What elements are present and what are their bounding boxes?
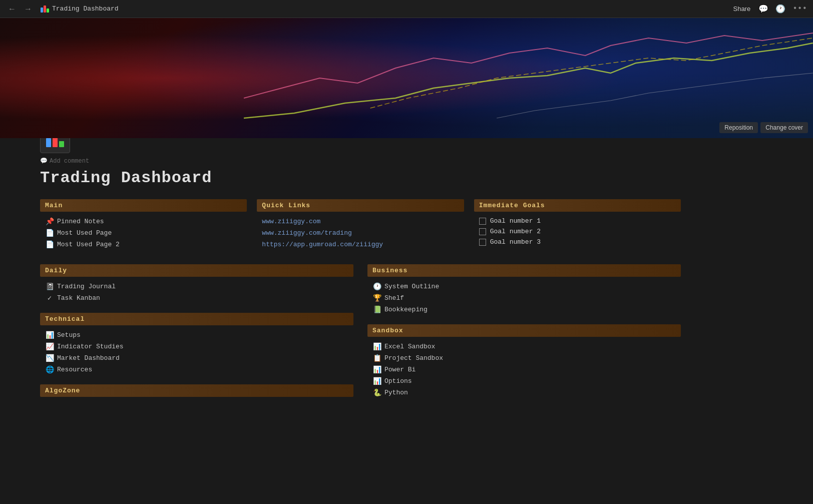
pinned-notes-item[interactable]: 📌 Pinned Notes [40,216,247,227]
excel-sandbox-item[interactable]: 📊 Excel Sandbox [367,341,681,352]
clock-item-icon: 🕐 [372,282,381,291]
project-sandbox-label: Project Sandbox [384,354,443,362]
market-dashboard-item[interactable]: 📉 Market Dashboard [40,352,353,364]
goal-1-label: Goal number 1 [490,217,541,225]
lower-columns: ⠿⠿ Daily 📓 Trading Journal ✓ Task Kanban… [40,264,681,401]
excel-icon: 📊 [372,342,381,351]
left-column: ⠿⠿ Daily 📓 Trading Journal ✓ Task Kanban… [40,264,353,401]
immediate-goals-section: Immediate Goals Goal number 1 Goal numbe… [474,199,681,250]
pinned-notes-label: Pinned Notes [57,218,104,225]
indicator-studies-item[interactable]: 📈 Indicator Studies [40,341,353,352]
technical-header: Technical [40,313,353,325]
quick-link-1[interactable]: www.ziiiggy.com [257,216,464,227]
sandbox-header: Sandbox [367,324,681,337]
hero-banner: Reposition Change cover [0,18,813,138]
market-dashboard-label: Market Dashboard [57,354,120,362]
system-outline-item[interactable]: 🕐 System Outline [367,281,681,292]
quick-link-2[interactable]: www.ziiiggy.com/trading [257,227,464,239]
chart-decoration [244,18,813,138]
kanban-icon: ✓ [45,294,54,302]
top-columns: Main 📌 Pinned Notes 📄 Most Used Page 📄 M… [40,199,681,250]
python-item[interactable]: 🐍 Python [367,387,681,398]
project-icon: 📋 [372,354,381,362]
goal-3-item: Goal number 3 [474,237,681,247]
system-outline-label: System Outline [384,283,439,290]
most-used-page-label: Most Used Page [57,229,112,237]
power-bi-label: Power Bi [384,366,416,373]
svg-rect-0 [41,8,43,13]
excel-sandbox-label: Excel Sandbox [384,343,435,350]
options-icon: 📊 [372,377,381,385]
doc-icon-2: 📄 [45,240,54,249]
quick-link-3[interactable]: https://app.gumroad.com/ziiiggy [257,239,464,250]
forward-button[interactable]: → [22,4,34,15]
indicator-icon: 📈 [45,342,54,351]
globe-icon: 🌐 [45,365,54,374]
topbar-title: Trading Dashboard [52,5,119,13]
trading-journal-item[interactable]: 📓 Trading Journal [40,281,353,292]
most-used-page-2-item[interactable]: 📄 Most Used Page 2 [40,239,247,250]
nav-buttons: ← → [6,4,34,15]
market-icon: 📉 [45,354,54,362]
daily-section: ⠿⠿ Daily 📓 Trading Journal ✓ Task Kanban [40,264,353,304]
algozone-section: AlgoZone [40,384,353,401]
clock-icon[interactable]: 🕐 [775,4,785,14]
ledger-icon: 📗 [372,305,381,314]
svg-rect-5 [59,141,64,147]
task-kanban-label: Task Kanban [57,294,100,302]
shelf-label: Shelf [384,294,404,302]
top-bar: ← → Trading Dashboard Share 💬 🕐 ••• [0,0,813,18]
goal-2-checkbox[interactable] [479,228,486,235]
page-icon-small [40,5,49,14]
python-icon: 🐍 [372,388,381,397]
daily-header: Daily [40,264,353,277]
reposition-button[interactable]: Reposition [719,122,758,133]
page-title: Trading Dashboard [40,169,681,187]
right-column: Business 🕐 System Outline 🏆 Shelf 📗 Book… [367,264,681,401]
topbar-icons: 💬 🕐 ••• [758,4,807,14]
project-sandbox-item[interactable]: 📋 Project Sandbox [367,352,681,364]
sandbox-section: Sandbox 📊 Excel Sandbox 📋 Project Sandbo… [367,324,681,398]
topbar-right: Share 💬 🕐 ••• [733,4,807,14]
bookkeeping-item[interactable]: 📗 Bookkeeping [367,304,681,315]
bookkeeping-label: Bookkeeping [384,306,428,313]
quick-links-header: Quick Links [257,199,464,212]
powerbi-icon: 📊 [372,365,381,374]
change-cover-button[interactable]: Change cover [760,122,808,133]
setups-item[interactable]: 📊 Setups [40,329,353,341]
back-button[interactable]: ← [6,4,18,15]
most-used-page-2-label: Most Used Page 2 [57,241,120,248]
svg-rect-3 [46,138,51,147]
goal-1-checkbox[interactable] [479,218,486,225]
goal-2-item: Goal number 2 [474,226,681,237]
main-header: Main [40,199,247,212]
goal-3-checkbox[interactable] [479,239,486,246]
trophy-icon: 🏆 [372,294,381,302]
power-bi-item[interactable]: 📊 Power Bi [367,364,681,375]
main-section: Main 📌 Pinned Notes 📄 Most Used Page 📄 M… [40,199,247,250]
add-comment-label: Add comment [50,158,89,165]
options-item[interactable]: 📊 Options [367,375,681,387]
share-button[interactable]: Share [733,5,750,13]
add-comment-button[interactable]: 💬 Add comment [40,157,681,165]
options-label: Options [384,377,412,385]
goal-2-label: Goal number 2 [490,228,541,235]
business-section: Business 🕐 System Outline 🏆 Shelf 📗 Book… [367,264,681,315]
pushpin-icon: 📌 [45,217,54,226]
shelf-item[interactable]: 🏆 Shelf [367,292,681,304]
comment-icon[interactable]: 💬 [758,4,768,14]
indicator-studies-label: Indicator Studies [57,343,124,350]
technical-section: Technical 📊 Setups 📈 Indicator Studies 📉… [40,313,353,375]
most-used-page-item[interactable]: 📄 Most Used Page [40,227,247,239]
business-header: Business [367,264,681,277]
journal-icon: 📓 [45,282,54,291]
setups-label: Setups [57,331,81,339]
setups-icon: 📊 [45,331,54,339]
svg-rect-1 [44,6,46,13]
resources-item[interactable]: 🌐 Resources [40,364,353,375]
task-kanban-item[interactable]: ✓ Task Kanban [40,292,353,304]
goal-1-item: Goal number 1 [474,216,681,226]
resources-label: Resources [57,366,92,373]
python-label: Python [384,389,408,396]
more-icon[interactable]: ••• [792,4,807,14]
